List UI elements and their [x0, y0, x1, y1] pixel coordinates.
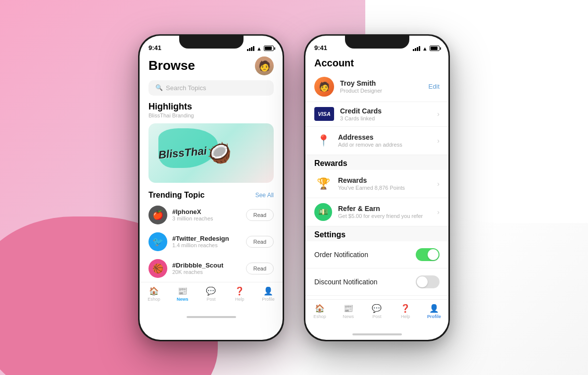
- phones-container: 9:41 ▲ Browse: [138, 34, 450, 341]
- rewards-label: Rewards: [338, 176, 431, 184]
- battery-fill-right: [431, 47, 438, 50]
- topic-info-dribbble: #Dribbble_Scout 20K reaches: [172, 262, 241, 275]
- browse-header: Browse 🧑: [140, 54, 283, 80]
- help-icon-right: ❓: [400, 304, 410, 313]
- signal-bar-2: [249, 48, 250, 51]
- topic-name-dribbble: #Dribbble_Scout: [172, 262, 241, 269]
- status-icons-left: ▲: [247, 46, 274, 52]
- topic-icon-dribbble: 🏀: [148, 259, 167, 278]
- visa-logo: VISA: [314, 107, 334, 121]
- signal-bar-3: [251, 47, 252, 51]
- tab-post-left[interactable]: 💬 Post: [197, 286, 226, 302]
- profile-icon-left: 👤: [263, 286, 273, 296]
- eshop-icon-right: 🏠: [315, 304, 325, 313]
- read-btn-twitter[interactable]: Read: [246, 236, 274, 248]
- order-notification-label: Order Notification: [314, 251, 368, 259]
- rewards-row[interactable]: 🏆 Rewards You've Earned 8,876 Points ›: [305, 170, 448, 198]
- tab-post-right[interactable]: 💬 Post: [363, 304, 392, 319]
- topic-name-twitter: #Twitter_Redesign: [172, 235, 241, 242]
- news-icon-right: 📰: [343, 304, 353, 313]
- see-all-link[interactable]: See All: [255, 192, 274, 199]
- addresses-sub: Add or remove an address: [338, 142, 431, 148]
- wifi-icon-right: ▲: [422, 46, 428, 52]
- user-info: Troy Smith Product Designer: [340, 79, 423, 94]
- topic-item-twitter: 🐦 #Twitter_Redesign 1.4 million reaches …: [140, 228, 283, 255]
- tab-eshop-left[interactable]: 🏠 Eshop: [140, 286, 168, 302]
- read-btn-iphonex[interactable]: Read: [246, 209, 274, 221]
- profile-label-right: Profile: [427, 314, 441, 319]
- credit-cards-info: Credit Cards 3 Cards linked: [340, 107, 431, 121]
- avatar-browse[interactable]: 🧑: [255, 56, 274, 75]
- read-btn-dribbble[interactable]: Read: [246, 263, 274, 274]
- tab-profile-left[interactable]: 👤 Profile: [254, 286, 283, 302]
- highlights-subtitle: BlissThai Branding: [148, 112, 274, 118]
- post-label-right: Post: [372, 314, 381, 319]
- post-icon-right: 💬: [372, 304, 382, 313]
- tab-help-left[interactable]: ❓ Help: [225, 286, 254, 302]
- topic-icon-twitter: 🐦: [148, 232, 167, 251]
- credit-cards-label: Credit Cards: [340, 107, 431, 115]
- highlights-section-header: Highlights BlissThai Branding: [140, 102, 283, 119]
- tab-news-right[interactable]: 📰 News: [334, 304, 363, 319]
- phone-right-inner: 9:41 ▲ Account: [305, 36, 448, 340]
- tab-news-left[interactable]: 📰 News: [168, 286, 197, 302]
- chevron-refer: ›: [437, 208, 440, 216]
- tab-help-right[interactable]: ❓ Help: [391, 304, 420, 319]
- tab-eshop-right[interactable]: 🏠 Eshop: [305, 304, 334, 319]
- signal-bars-left: [247, 46, 254, 51]
- discount-notification-label: Discount Notification: [314, 278, 378, 286]
- tab-profile-right[interactable]: 👤 Profile: [420, 304, 448, 319]
- search-bar[interactable]: 🔍 Search Topics: [148, 80, 274, 96]
- user-row[interactable]: 🧑 Troy Smith Product Designer Edit: [305, 72, 448, 102]
- status-time-left: 9:41: [148, 44, 161, 52]
- order-notification-row: Order Notification: [305, 241, 448, 268]
- signal-bar-r2: [415, 48, 416, 51]
- profile-icon-right: 👤: [429, 304, 439, 313]
- news-label-right: News: [343, 314, 354, 319]
- topic-item-iphonex: 🍎 #IphoneX 3 million reaches Read: [140, 202, 283, 228]
- addresses-row[interactable]: 📍 Addresses Add or remove an address ›: [305, 127, 448, 155]
- refer-sub: Get $5.00 for every friend you refer: [338, 213, 431, 219]
- topic-reach-iphonex: 3 million reaches: [172, 215, 241, 221]
- phone-left: 9:41 ▲ Browse: [138, 34, 284, 341]
- chevron-rewards: ›: [437, 180, 440, 188]
- refer-row[interactable]: 💵 Refer & Earn Get $5.00 for every frien…: [305, 198, 448, 226]
- signal-bars-right: [413, 46, 420, 51]
- home-bar-right: [352, 333, 402, 335]
- status-icons-right: ▲: [413, 46, 440, 52]
- topic-item-dribbble: 🏀 #Dribbble_Scout 20K reaches Read: [140, 255, 283, 282]
- chevron-addresses: ›: [437, 137, 440, 145]
- notch-left: [179, 36, 244, 49]
- money-icon: 💵: [314, 203, 332, 221]
- search-icon: 🔍: [155, 84, 163, 91]
- news-icon-left: 📰: [178, 286, 188, 296]
- phone-right: 9:41 ▲ Account: [304, 34, 450, 341]
- addresses-info: Addresses Add or remove an address: [338, 133, 431, 148]
- map-pin-icon: 📍: [314, 132, 332, 150]
- rewards-info: Rewards You've Earned 8,876 Points: [338, 176, 431, 191]
- notch-right: [345, 36, 409, 49]
- help-label-right: Help: [401, 314, 410, 319]
- highlight-card[interactable]: BlissThai 🥥: [148, 123, 274, 183]
- tab-bar-left: 🏠 Eshop 📰 News 💬 Post ❓ Help 👤 Pro: [140, 282, 283, 312]
- search-placeholder: Search Topics: [166, 84, 206, 92]
- trophy-icon: 🏆: [314, 175, 332, 193]
- rewards-sub: You've Earned 8,876 Points: [338, 185, 431, 191]
- browse-title: Browse: [148, 58, 195, 73]
- profile-avatar: 🧑: [314, 77, 334, 97]
- refer-info: Refer & Earn Get $5.00 for every friend …: [338, 205, 431, 219]
- order-notification-toggle[interactable]: [416, 248, 440, 261]
- discount-notification-toggle[interactable]: [416, 275, 440, 288]
- trending-title: Trending Topic: [148, 191, 204, 200]
- order-notification-thumb: [428, 249, 439, 260]
- home-indicator-left: [140, 312, 283, 322]
- help-label-left: Help: [235, 297, 245, 302]
- signal-bar-r1: [413, 49, 414, 51]
- refer-label: Refer & Earn: [338, 205, 431, 213]
- credit-cards-sub: 3 Cards linked: [340, 115, 431, 121]
- credit-cards-row[interactable]: VISA Credit Cards 3 Cards linked ›: [305, 102, 448, 127]
- edit-link[interactable]: Edit: [429, 83, 440, 90]
- topic-info-twitter: #Twitter_Redesign 1.4 million reaches: [172, 235, 241, 248]
- battery-icon-right: [430, 46, 440, 51]
- coconut-icon: 🥥: [207, 141, 232, 164]
